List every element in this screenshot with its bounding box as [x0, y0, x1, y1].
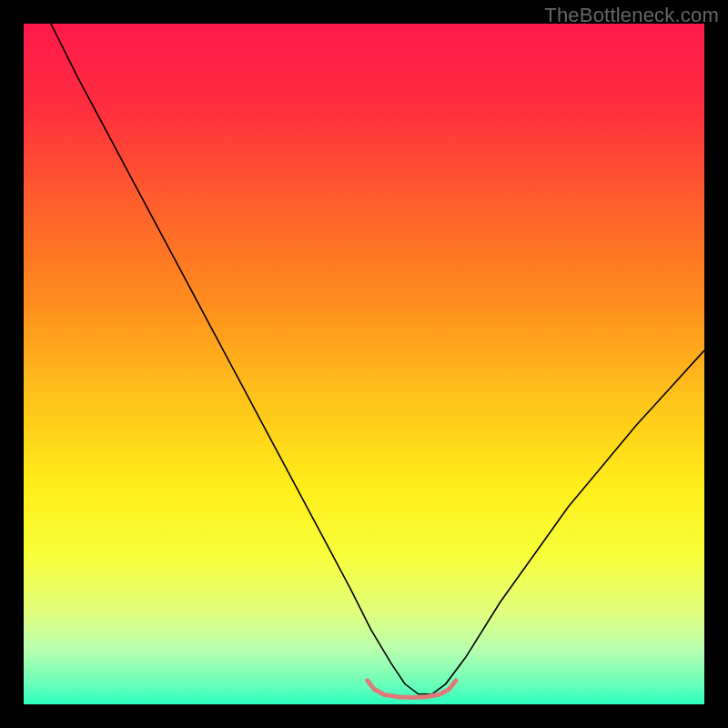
plot-area	[24, 24, 704, 704]
chart-svg	[24, 24, 704, 704]
watermark-text: TheBottleneck.com	[544, 4, 719, 27]
chart-frame: TheBottleneck.com	[0, 0, 728, 728]
gradient-background	[24, 24, 704, 704]
